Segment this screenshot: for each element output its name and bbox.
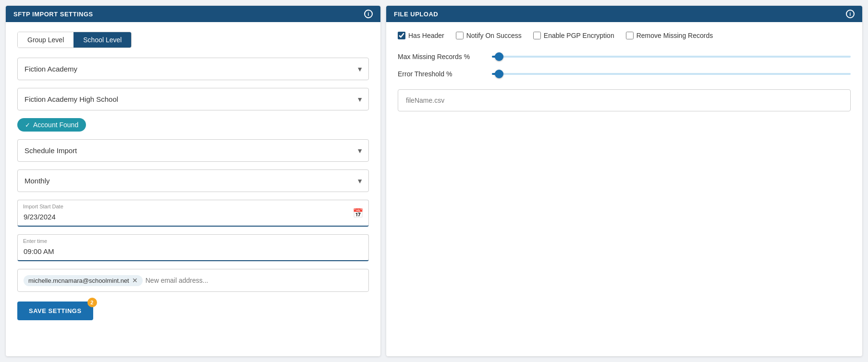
school-select-wrapper: Fiction Academy High School ▼ xyxy=(17,88,369,110)
tab-group-level[interactable]: Group Level xyxy=(18,32,73,48)
checkboxes-row: Has Header Notify On Success Enable PGP … xyxy=(398,32,851,39)
file-upload-panel: FILE UPLOAD i Has Header Notify On Succe… xyxy=(386,6,862,356)
remove-missing-checkbox[interactable] xyxy=(626,32,634,39)
save-settings-button[interactable]: SAVE SETTINGS 2 xyxy=(17,302,93,320)
notify-on-success-label: Notify On Success xyxy=(466,32,522,39)
email-tag: michelle.mcnamara@schoolmint.net ✕ xyxy=(24,275,143,286)
email-tag-text: michelle.mcnamara@schoolmint.net xyxy=(28,277,129,284)
max-missing-label: Max Missing Records % xyxy=(398,53,484,60)
group-select-wrapper: Fiction Academy ▼ xyxy=(17,58,369,80)
max-missing-slider-track xyxy=(492,56,851,58)
right-panel-title: FILE UPLOAD xyxy=(394,11,438,18)
error-threshold-slider-row: Error Threshold % xyxy=(398,70,851,78)
account-found-badge: ✓ Account Found xyxy=(17,118,86,132)
enter-time-label: Enter time xyxy=(23,238,47,244)
left-panel-info-icon[interactable]: i xyxy=(364,10,373,18)
schedule-select[interactable]: Schedule Import xyxy=(17,139,369,162)
import-start-date-wrapper: Import Start Date 📅 xyxy=(17,200,369,227)
email-tags-wrapper[interactable]: michelle.mcnamara@schoolmint.net ✕ xyxy=(17,269,369,292)
enter-time-input[interactable] xyxy=(17,234,369,261)
enable-pgp-checkbox[interactable] xyxy=(533,32,541,39)
enable-pgp-label: Enable PGP Encryption xyxy=(544,32,614,39)
filename-input[interactable] xyxy=(398,89,851,111)
save-badge-count: 2 xyxy=(87,298,97,307)
remove-missing-label: Remove Missing Records xyxy=(636,32,713,39)
notify-on-success-checkbox-item[interactable]: Notify On Success xyxy=(456,32,522,39)
has-header-label: Has Header xyxy=(408,32,444,39)
import-start-date-input[interactable] xyxy=(17,200,369,227)
import-start-date-label: Import Start Date xyxy=(23,204,63,209)
right-panel-info-icon[interactable]: i xyxy=(846,10,855,18)
left-panel-title: SFTP IMPORT SETTINGS xyxy=(13,11,93,18)
remove-missing-checkbox-item[interactable]: Remove Missing Records xyxy=(626,32,713,39)
remove-tag-icon[interactable]: ✕ xyxy=(132,277,138,284)
has-header-checkbox[interactable] xyxy=(398,32,405,39)
schedule-select-wrapper: Schedule Import ▼ xyxy=(17,139,369,162)
save-settings-label: SAVE SETTINGS xyxy=(29,307,82,314)
sftp-import-settings-panel: SFTP IMPORT SETTINGS i Group Level Schoo… xyxy=(6,6,380,356)
level-tab-group: Group Level School Level xyxy=(17,32,132,48)
checkmark-icon: ✓ xyxy=(25,121,30,129)
has-header-checkbox-item[interactable]: Has Header xyxy=(398,32,444,39)
left-panel-header: SFTP IMPORT SETTINGS i xyxy=(6,6,380,22)
left-panel-body: Group Level School Level Fiction Academy… xyxy=(6,22,380,356)
right-panel-header: FILE UPLOAD i xyxy=(386,6,862,22)
new-email-input[interactable] xyxy=(146,277,363,284)
enter-time-wrapper: Enter time xyxy=(17,234,369,261)
error-threshold-label: Error Threshold % xyxy=(398,70,484,78)
account-found-label: Account Found xyxy=(33,121,78,129)
frequency-select-wrapper: Monthly ▼ xyxy=(17,169,369,192)
right-panel-body: Has Header Notify On Success Enable PGP … xyxy=(386,22,862,356)
notify-on-success-checkbox[interactable] xyxy=(456,32,464,39)
group-select[interactable]: Fiction Academy xyxy=(17,58,369,80)
error-threshold-slider-track xyxy=(492,73,851,75)
enable-pgp-checkbox-item[interactable]: Enable PGP Encryption xyxy=(533,32,614,39)
tab-school-level[interactable]: School Level xyxy=(73,32,131,48)
school-select[interactable]: Fiction Academy High School xyxy=(17,88,369,110)
frequency-select[interactable]: Monthly xyxy=(17,169,369,192)
max-missing-slider-row: Max Missing Records % xyxy=(398,53,851,60)
